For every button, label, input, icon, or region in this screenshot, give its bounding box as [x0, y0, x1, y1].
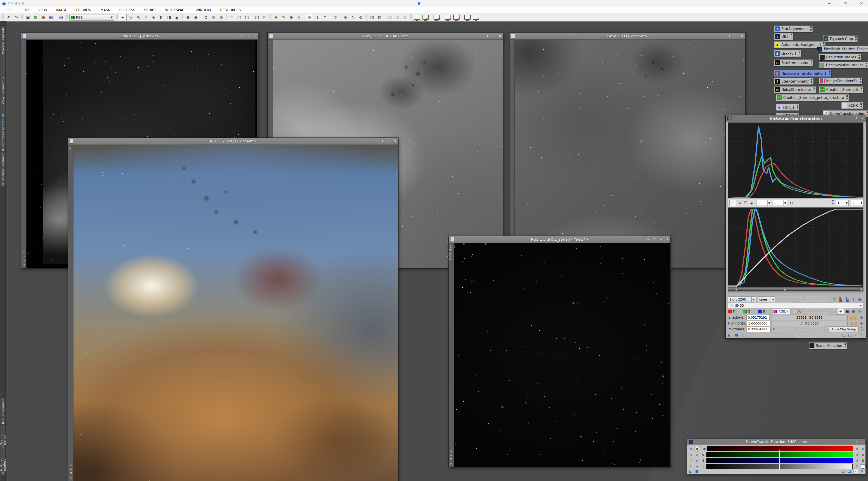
maximize-button[interactable]: + [493, 34, 495, 38]
channel-green-button[interactable]: G [743, 309, 750, 313]
close-button[interactable]: × [741, 34, 743, 38]
readout-down-icon[interactable]: ↓ [314, 14, 321, 21]
add-view-icon[interactable]: ⊕ [288, 14, 295, 21]
sidebar-tab-process-explorer[interactable]: Process Explorer⊛ [0, 117, 6, 153]
stf-grid-icon[interactable]: ▦ [861, 453, 866, 456]
new-document-icon[interactable]: ▤ [57, 14, 65, 21]
show-all-curves-button[interactable]: ✳ [837, 308, 844, 314]
split-right-icon[interactable]: ◨ [165, 14, 173, 21]
channel-alpha-button[interactable]: A [794, 309, 801, 313]
process-icon-screenfonction[interactable]: ◠ScreenFonctionND [809, 342, 847, 349]
plot-style-combo[interactable]: Lines▼ [758, 297, 775, 302]
view-dropdown-arrow[interactable]: ▼ [859, 304, 863, 307]
browse-documentation-button[interactable]: ▢ [842, 333, 845, 337]
menu-mask[interactable]: MASK [101, 8, 110, 12]
apply-button[interactable]: ■ [735, 333, 738, 337]
new-instance-drag-markers[interactable]: ND [846, 95, 848, 100]
strip-icons[interactable]: ⇘▭⊡◎ [449, 449, 454, 466]
app-minimize-button[interactable]: − [828, 1, 831, 6]
expand-graph-button[interactable]: ⇲ [736, 200, 743, 206]
window-titlebar[interactable]: Gray 1:3 H | IC2948_H.fit −↥+× [268, 33, 503, 39]
view-selector-strip[interactable]: SHO3 ⇘▭⊡◎ [68, 145, 73, 481]
rgb-split-icon[interactable]: ▦ [47, 14, 55, 21]
image-window-sho3[interactable]: RGB 1:2 SHO3 | <*new*> −↥+× SHO3 ⇘▭⊡◎ [68, 138, 399, 481]
grid-light-button[interactable]: ▦ [857, 308, 863, 314]
process-icon-graxpert[interactable]: SGraxPertND [774, 50, 801, 57]
zoom-in-icon[interactable]: ⊕ [184, 14, 192, 21]
close-button[interactable]: × [499, 34, 501, 38]
channel-blue-button[interactable]: B [758, 309, 765, 313]
target-view-selector[interactable]: SHO3 ▼ [728, 303, 863, 308]
reset-button[interactable]: × [860, 333, 863, 337]
zoom-shrink-icon[interactable]: ⇱ [135, 14, 142, 21]
sidebar-tab-history-explorer[interactable]: History Explorer◆ [0, 448, 6, 476]
stf-tool-icon-1[interactable]: ⊖ [689, 453, 693, 456]
new-instance-drag-markers[interactable]: ND [855, 36, 857, 41]
zoom-fit-icon[interactable]: ⊙ [210, 14, 217, 21]
shadows-reset-button[interactable]: ⊗ [860, 315, 863, 320]
grid-mid-button[interactable]: ▦ [850, 308, 857, 314]
highlights-reset-button[interactable]: ⊗ [860, 321, 863, 325]
image-canvas-sho3[interactable] [73, 145, 398, 481]
image-window-sho1-stars[interactable]: RGB 1:3 SHO1_stars | <*new*> −↥+× SHO1_s… [448, 236, 671, 468]
screen-dock-icon[interactable]: ⇤ [434, 15, 440, 20]
panel-mode-icon[interactable]: ▥ [368, 14, 376, 21]
image-window-gray-o[interactable]: Gray 1:3 O | <*new*> −↥+× O ⇘▭⊡◎ [509, 32, 745, 269]
process-icon-blurxterminator[interactable]: BBlurXterminatorND [774, 59, 813, 66]
shadows-clip-icon-1[interactable]: ▙ [849, 315, 854, 320]
browse-documentation-button[interactable]: ▢ [841, 469, 845, 473]
menu-view[interactable]: VIEW [38, 8, 47, 12]
shadows-input[interactable]: 0.05175292 [746, 315, 770, 320]
stf-reset-button[interactable]: ⊗ [855, 447, 860, 450]
process-icon-scnr[interactable]: ∴SCNRND [841, 102, 863, 109]
view-selector-strip[interactable]: S ⇘▭⊡◎ [21, 39, 26, 268]
process-icon-imagecontainer64[interactable]: ImageContainer64ND [819, 78, 862, 84]
highlights-slider-handle[interactable]: ▲ [860, 288, 862, 291]
new-instance-drag-markers[interactable]: ND [860, 78, 862, 83]
readout-preview-icon[interactable]: ⊙ [306, 14, 313, 21]
stf-gradient-bar-b[interactable]: ▲ [706, 458, 853, 463]
image-canvas-gray-o[interactable] [515, 39, 745, 268]
rgb-channels-icon[interactable]: ▦ [39, 14, 47, 21]
strip-icons[interactable]: ⇘▭⊡◎ [68, 463, 73, 480]
stf-grid-icon[interactable]: ▦ [861, 459, 866, 462]
strip-icons[interactable]: ⇘▭⊡◎ [21, 250, 26, 267]
show-mtf-curve-icon[interactable]: ʃ [850, 297, 857, 302]
midtones-reset-button[interactable]: ⊗ [772, 327, 775, 331]
shade-button[interactable]: ↥ [241, 34, 243, 38]
zoom-optimal-icon[interactable]: ⊙ [218, 14, 225, 21]
new-instance-drag-markers[interactable]: ND [813, 87, 815, 92]
sidebar-tab-view-explorer[interactable]: View Explorer■ [0, 80, 6, 119]
midtones-input[interactable]: 0.39964789 [747, 327, 771, 332]
new-instance-drag-markers[interactable]: ND [811, 60, 812, 65]
panel-close-icon[interactable]: ⊠ [376, 14, 383, 21]
track-view-button[interactable]: ✓ [854, 469, 858, 473]
menu-script[interactable]: SCRIPT [144, 8, 156, 12]
resolution-combo[interactable]: 8-bit (256)▼ [728, 297, 756, 302]
maximize-button[interactable]: + [388, 139, 391, 143]
menu-workspace[interactable]: WORKSPACE [165, 8, 186, 12]
maximize-button[interactable]: + [247, 34, 250, 38]
new-instance-button[interactable]: ◣ [689, 469, 691, 473]
stf-tool-icon-1[interactable]: ☢ [689, 459, 693, 462]
dialog-titlebar[interactable]: HistogramTransformation ▙ ↥× [725, 115, 866, 122]
new-instance-drag-markers[interactable]: ND [810, 26, 812, 31]
readout-up-icon[interactable]: ↑ [321, 14, 329, 21]
stf-gradient-bar-r[interactable]: ▲ [707, 446, 853, 451]
close-button[interactable]: × [861, 117, 864, 120]
process-icon-deconvolution_etoiles[interactable]: Deconvolution_etoilesND [819, 62, 868, 68]
histogram-transformation-window[interactable]: HistogramTransformation ▙ ↥× + ⇲ ⇱ ◈ 1 1… [725, 115, 866, 338]
show-curve-histogram-icon[interactable]: ▙ [844, 297, 850, 302]
stf-tool-icon-2[interactable]: ↔ [694, 465, 699, 468]
channel-rgbk-button[interactable]: RGB/K [773, 309, 790, 314]
new-instance-drag-markers[interactable]: ND [791, 34, 793, 39]
shade-button[interactable]: ↥ [728, 34, 731, 38]
move-tool-icon[interactable]: ※ [143, 14, 150, 21]
view-delete-icon[interactable]: ⊗ [357, 14, 364, 21]
minimize-button[interactable]: − [647, 237, 650, 241]
reset-view-icon[interactable]: ↺ [332, 14, 339, 21]
undo-icon[interactable]: ↶ [5, 14, 12, 21]
track-view-button[interactable]: ✓ [854, 333, 857, 337]
process-icon-creation_starmask[interactable]: NOPCreation_StarmaskND [819, 86, 863, 93]
highlights-input[interactable]: 1.00000000 [747, 321, 770, 326]
